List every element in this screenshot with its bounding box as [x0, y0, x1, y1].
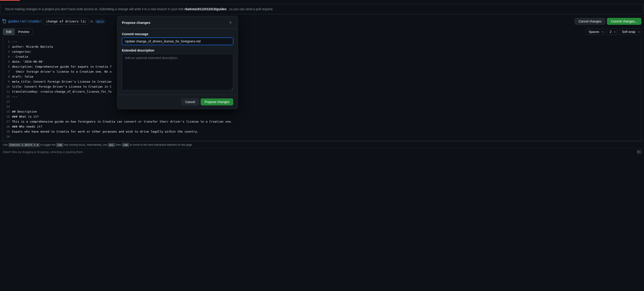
- tab-preview[interactable]: Preview: [15, 28, 32, 35]
- line-number: 7: [5, 69, 10, 74]
- commit-changes-button[interactable]: Commit changes...: [607, 18, 641, 25]
- code-line: This is a comprehensive guide on how for…: [12, 119, 232, 124]
- line-number: 14: [5, 104, 10, 109]
- keyboard-hint-bar: Use Control + Shift + m to toggle the ta…: [0, 141, 644, 148]
- breadcrumb: guides / en / croatia /: [8, 19, 41, 24]
- modal-cancel-button[interactable]: Cancel: [181, 98, 199, 105]
- kbd-tab2: tab: [122, 143, 129, 147]
- breadcrumb-separator: /: [26, 19, 28, 24]
- modal-close-button[interactable]: [228, 20, 233, 25]
- line-number: 19: [5, 129, 10, 134]
- line-number: 9: [5, 79, 10, 84]
- banner-suffix: , so you can send a pull request.: [228, 7, 274, 11]
- file-modified-icon: [3, 20, 6, 23]
- breadcrumb-root[interactable]: guides: [8, 19, 19, 24]
- extended-description-textarea[interactable]: [122, 54, 233, 90]
- line-number: 4: [5, 54, 10, 59]
- in-label: in: [90, 20, 93, 23]
- breadcrumb-separator: /: [40, 19, 41, 24]
- filename-input[interactable]: [43, 18, 88, 24]
- branch-pill[interactable]: main: [95, 19, 105, 24]
- code-line: ### Who needs it?: [12, 124, 232, 129]
- line-number: 20: [5, 134, 10, 139]
- code-line: ### What is it?: [12, 114, 232, 119]
- tab-edit[interactable]: Edit: [3, 28, 15, 35]
- editor-toolbar: Edit Preview Spaces 2 Soft wrap: [0, 28, 644, 35]
- banner-text: You're making changes in a project you d…: [5, 7, 184, 11]
- line-number-gutter: 1234567891011121314151617181920: [3, 38, 12, 141]
- breadcrumb-separator: /: [20, 19, 21, 24]
- line-number: 3: [5, 49, 10, 54]
- kbd-esc: esc: [108, 143, 115, 147]
- modal-submit-button[interactable]: Propose changes: [201, 98, 233, 105]
- attach-hint-bar[interactable]: Attach files by dragging & dropping, sel…: [0, 148, 644, 156]
- line-number: 10: [5, 84, 10, 89]
- close-icon: [229, 21, 232, 24]
- line-number: 6: [5, 64, 10, 69]
- breadcrumb-row: guides / en / croatia / in main Cancel c…: [0, 14, 644, 28]
- breadcrumb-en[interactable]: en: [22, 19, 26, 24]
- code-line: [12, 134, 232, 139]
- attach-text: Attach files by dragging & dropping, sel…: [3, 150, 84, 154]
- cancel-changes-button[interactable]: Cancel changes: [575, 18, 605, 25]
- code-line: Expats who have moved to Croatia for wor…: [12, 129, 232, 134]
- modal-header: Propose changes: [118, 16, 238, 28]
- line-number: 13: [5, 99, 10, 104]
- fork-name: rbatista19112312313/guides: [184, 7, 227, 11]
- indent-mode-select[interactable]: Spaces: [586, 28, 605, 35]
- propose-changes-modal: Propose changes Commit message Extended …: [117, 16, 238, 109]
- line-number: 12: [5, 94, 10, 99]
- modal-title: Propose changes: [122, 21, 150, 24]
- indent-size-select[interactable]: 2: [607, 28, 617, 35]
- line-number: 16: [5, 114, 10, 119]
- kbd-tab: tab: [56, 143, 63, 147]
- line-number: 5: [5, 59, 10, 64]
- line-number: 1: [5, 39, 10, 44]
- line-number: 2: [5, 44, 10, 49]
- breadcrumb-croatia[interactable]: croatia: [28, 19, 40, 24]
- modal-footer: Cancel Propose changes: [118, 95, 238, 109]
- tab-group: Edit Preview: [3, 28, 33, 35]
- line-number: 18: [5, 124, 10, 129]
- line-number: 8: [5, 74, 10, 79]
- commit-message-label: Commit message: [122, 32, 233, 36]
- page-progress-bar: [0, 0, 19, 1]
- line-number: 15: [5, 109, 10, 114]
- wrap-mode-select[interactable]: Soft wrap: [619, 28, 641, 35]
- fork-warning-banner: You're making changes in a project you d…: [0, 4, 644, 14]
- markdown-icon[interactable]: M↓: [637, 150, 641, 154]
- commit-message-input[interactable]: [122, 38, 233, 45]
- code-editor[interactable]: 1234567891011121314151617181920 ---autho…: [3, 38, 641, 141]
- code-line: ## Description: [12, 109, 232, 114]
- kbd-toggle: Control + Shift + m: [8, 143, 40, 147]
- line-number: 11: [5, 89, 10, 94]
- line-number: 17: [5, 119, 10, 124]
- extended-description-label: Extended description: [122, 48, 233, 52]
